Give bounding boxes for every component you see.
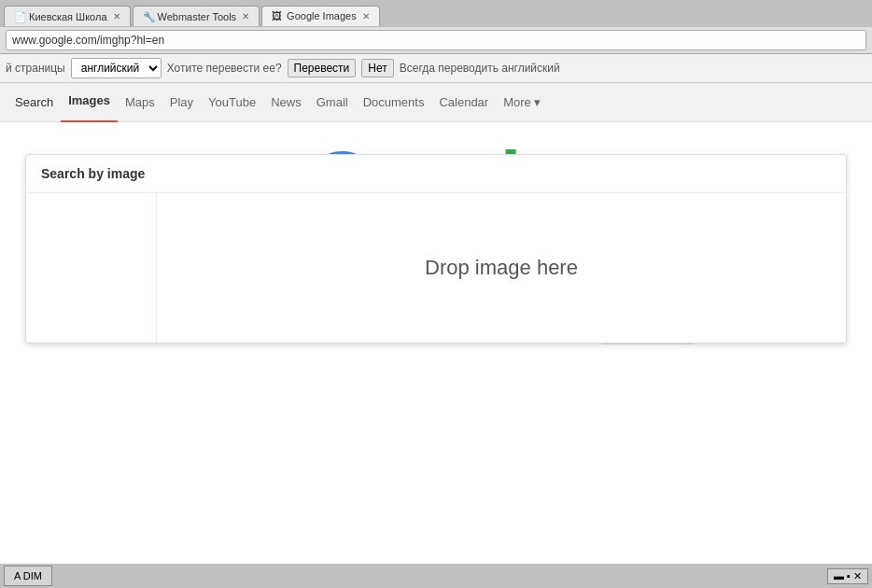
- panel-body: Drop image here: [26, 193, 846, 343]
- main-content: Google images Search by image Drop image…: [0, 122, 872, 496]
- taskbar-app-item[interactable]: A DIM: [4, 566, 52, 586]
- nav-youtube[interactable]: YouTube: [201, 83, 263, 122]
- tab-close-webmaster[interactable]: ✕: [242, 11, 249, 21]
- taskbar: A DIM ▬ ▪ ✕: [0, 562, 872, 588]
- bottom-area: Файл Редактирование Просмотр Подборки Ме…: [0, 574, 872, 588]
- nav-maps[interactable]: Maps: [118, 83, 162, 122]
- address-bar-row: [0, 26, 872, 53]
- always-translate-text: Всегда переводить английский: [400, 62, 560, 75]
- nav-more[interactable]: More ▾: [496, 83, 548, 122]
- tab-close-kievskaya[interactable]: ✕: [113, 11, 120, 21]
- panel-header: Search by image: [26, 155, 846, 193]
- tab-google-images[interactable]: 🖼 Google Images ✕: [261, 6, 380, 26]
- no-button[interactable]: Нет: [361, 59, 393, 77]
- nav-images[interactable]: Images: [61, 81, 118, 123]
- tab-favicon-webmaster: 🔧: [143, 11, 154, 22]
- tab-kievskaya[interactable]: 📄 Киевская Школа ✕: [4, 6, 131, 26]
- nav-search[interactable]: Search: [7, 83, 61, 122]
- nav-calendar[interactable]: Calendar: [431, 83, 496, 122]
- drop-zone-text: Drop image here: [425, 256, 578, 280]
- translate-bar: й страницы английский Хотите перевести е…: [0, 54, 872, 83]
- translate-button[interactable]: Перевести: [288, 59, 357, 77]
- search-by-image-panel: Search by image Drop image here: [25, 154, 847, 343]
- translate-prefix: й страницы: [6, 62, 65, 75]
- nav-documents[interactable]: Documents: [356, 83, 432, 122]
- tab-favicon-google-images: 🖼: [272, 10, 283, 21]
- panel-right drop-zone[interactable]: Drop image here: [157, 193, 846, 343]
- nav-news[interactable]: News: [263, 83, 309, 122]
- nav-play[interactable]: Play: [162, 83, 201, 122]
- nav-gmail[interactable]: Gmail: [309, 83, 356, 122]
- tab-webmaster[interactable]: 🔧 Webmaster Tools ✕: [133, 6, 260, 26]
- translate-question: Хотите перевести ее?: [167, 62, 282, 75]
- tab-bar: 📄 Киевская Школа ✕ 🔧 Webmaster Tools ✕ 🖼…: [0, 0, 872, 26]
- language-select[interactable]: английский: [71, 58, 162, 78]
- tab-favicon-kievskaya: 📄: [14, 11, 25, 22]
- taskbar-window-controls[interactable]: ▬ ▪ ✕: [827, 568, 868, 584]
- google-nav: Search Images Maps Play YouTube News Gma…: [0, 83, 872, 122]
- tab-close-google-images[interactable]: ✕: [362, 11, 370, 21]
- panel-left: [26, 193, 157, 343]
- address-bar[interactable]: [6, 30, 866, 50]
